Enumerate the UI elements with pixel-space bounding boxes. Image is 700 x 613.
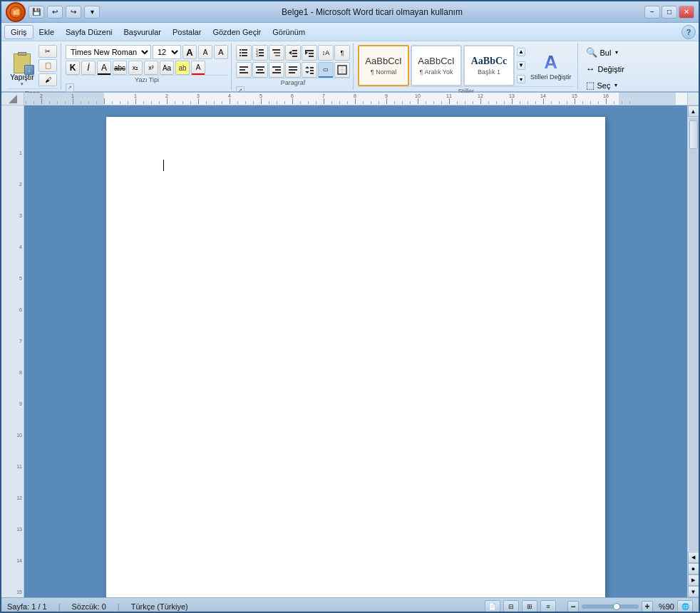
select-button[interactable]: ⬚ Seç ▾ xyxy=(582,78,622,93)
styles-change-button[interactable]: A Stilleri Değiştir xyxy=(527,45,575,86)
styles-scroll-up[interactable]: ▲ xyxy=(517,48,525,56)
prev-page-button[interactable]: ◀ xyxy=(688,552,699,563)
menu-item-ekle[interactable]: Ekle xyxy=(34,26,60,38)
justify-button[interactable] xyxy=(285,62,301,78)
minimize-button[interactable]: − xyxy=(644,6,660,19)
svg-rect-38 xyxy=(272,72,281,73)
case-button[interactable]: Aa xyxy=(160,61,174,75)
align-center-button[interactable] xyxy=(252,62,268,78)
help-button[interactable]: ? xyxy=(681,25,696,39)
font-controls: Times New Roman Arial Calibri 12 10 14 1… xyxy=(66,45,228,75)
menu-item-postalar[interactable]: Postalar xyxy=(167,26,207,38)
zoom-slider-thumb[interactable] xyxy=(613,603,620,610)
font-color-button[interactable]: A xyxy=(191,61,205,75)
scroll-down-button[interactable]: ▼ xyxy=(688,586,699,597)
menu-item-gozden-gecir[interactable]: Gözden Geçir xyxy=(207,26,267,38)
office-button[interactable] xyxy=(6,2,26,22)
view-outline-button[interactable]: ≡ xyxy=(540,600,556,613)
align-left-button[interactable] xyxy=(236,62,252,78)
font-expand[interactable]: ↗ xyxy=(66,83,74,92)
style-no-spacing[interactable]: AaBbCcI ¶ Aralık Yok xyxy=(411,45,462,86)
document-area[interactable] xyxy=(24,105,687,597)
increase-indent-button[interactable] xyxy=(302,45,317,61)
shading-button[interactable]: ▭ xyxy=(318,62,334,78)
style-heading1[interactable]: AaBbCc Başlık 1 xyxy=(463,45,515,86)
font-shrink-button[interactable]: A xyxy=(198,45,212,59)
superscript-button[interactable]: x² xyxy=(144,61,158,75)
menu-item-giris[interactable]: Giriş xyxy=(4,25,34,39)
ruler-right-margin xyxy=(619,93,676,105)
zoom-out-button[interactable]: − xyxy=(567,601,579,612)
view-web-button[interactable]: ⊞ xyxy=(522,600,537,613)
scroll-up-button[interactable]: ▲ xyxy=(688,105,699,117)
show-marks-button[interactable]: ¶ xyxy=(334,45,350,61)
page-info: Sayfa: 1 / 1 xyxy=(7,602,47,611)
numbering-button[interactable]: 1.2.3. xyxy=(252,45,268,61)
bold-button[interactable]: K xyxy=(66,61,80,75)
scroll-track[interactable] xyxy=(689,118,699,551)
sort-button[interactable]: ↕A xyxy=(318,45,334,61)
format-painter-button[interactable]: 🖌 xyxy=(38,73,57,86)
font-name-select[interactable]: Times New Roman Arial Calibri xyxy=(66,45,151,59)
find-button[interactable]: 🔍 Bul ▾ xyxy=(582,45,622,60)
quick-save-button[interactable]: 💾 xyxy=(29,6,44,19)
ruler-scrollbar-placeholder xyxy=(687,93,699,105)
scroll-thumb[interactable] xyxy=(689,120,698,149)
borders-button[interactable] xyxy=(334,62,350,78)
decrease-indent-button[interactable] xyxy=(285,45,301,61)
line-spacing-button[interactable] xyxy=(302,62,317,78)
document-page[interactable] xyxy=(106,117,605,597)
svg-rect-6 xyxy=(240,52,241,53)
align-right-button[interactable] xyxy=(269,62,284,78)
menu-item-basvurular[interactable]: Başvurular xyxy=(118,26,167,38)
editing-group: 🔍 Bul ▾ ↔ Değiştir ⬚ Seç ▾ Düzenleme xyxy=(580,43,637,90)
strikethrough-button[interactable]: abc xyxy=(113,61,127,75)
next-page-button[interactable]: ▶ xyxy=(688,575,699,586)
quick-access-dropdown[interactable]: ▾ xyxy=(84,6,100,19)
styles-more[interactable]: ▾ xyxy=(517,75,525,83)
ruler-corner[interactable] xyxy=(1,93,24,105)
svg-text:3.: 3. xyxy=(256,53,259,58)
bullets-button[interactable] xyxy=(236,45,252,61)
ruler-container: (function() { const ruler = document.get… xyxy=(1,93,699,105)
styles-group: AaBbCcI ¶ Normal AaBbCcI ¶ Aralık Yok Aa… xyxy=(355,43,578,90)
replace-button[interactable]: ↔ Değiştir xyxy=(582,61,628,76)
menu-item-sayfa-duzeni[interactable]: Sayfa Düzeni xyxy=(60,26,118,38)
multilevel-button[interactable] xyxy=(269,45,284,61)
cut-button[interactable]: ✂ xyxy=(38,45,57,58)
zoom-slider[interactable] xyxy=(582,604,639,609)
select-browse-button[interactable]: ● xyxy=(688,563,699,575)
clear-formatting-button[interactable]: A xyxy=(214,45,228,59)
copy-button[interactable]: 📋 xyxy=(38,59,57,72)
paste-button[interactable]: ↓ Yapıştır ▾ xyxy=(7,45,37,88)
underline-button[interactable]: A xyxy=(97,61,111,75)
svg-rect-34 xyxy=(257,69,263,71)
svg-rect-37 xyxy=(275,69,281,71)
font-grow-button[interactable]: A xyxy=(182,45,197,59)
close-button[interactable]: ✕ xyxy=(679,6,694,19)
svg-rect-44 xyxy=(310,67,314,68)
menu-item-gorunum[interactable]: Görünüm xyxy=(267,26,311,38)
zoom-in-button[interactable]: + xyxy=(642,601,653,612)
svg-rect-18 xyxy=(274,52,275,53)
title-bar: 💾 ↩ ↪ ▾ Belge1 - Microsoft Word ticari o… xyxy=(1,1,699,23)
italic-button[interactable]: İ xyxy=(81,61,96,75)
highlight-button[interactable]: ab xyxy=(175,61,190,75)
view-full-reading-button[interactable]: ⊟ xyxy=(503,600,519,613)
language-indicator[interactable]: 🌐 xyxy=(677,600,693,613)
window-controls: − □ ✕ xyxy=(644,6,694,19)
quick-undo-button[interactable]: ↩ xyxy=(47,6,63,19)
quick-redo-button[interactable]: ↪ xyxy=(66,6,81,19)
horizontal-ruler: (function() { const ruler = document.get… xyxy=(24,93,687,105)
status-bar: Sayfa: 1 / 1 | Sözcük: 0 | Türkçe (Türki… xyxy=(1,597,699,613)
view-print-button[interactable]: 📄 xyxy=(485,600,500,613)
ruler-left-margin xyxy=(24,93,104,105)
maximize-button[interactable]: □ xyxy=(662,6,677,19)
styles-scroll-down[interactable]: ▼ xyxy=(517,61,525,70)
svg-rect-31 xyxy=(240,69,245,71)
style-normal[interactable]: AaBbCcI ¶ Normal xyxy=(358,45,409,86)
subscript-button[interactable]: x₂ xyxy=(128,61,143,75)
font-size-select[interactable]: 12 10 14 16 xyxy=(153,45,181,59)
svg-rect-16 xyxy=(272,49,274,51)
menu-bar: Giriş Ekle Sayfa Düzeni Başvurular Posta… xyxy=(1,23,699,41)
